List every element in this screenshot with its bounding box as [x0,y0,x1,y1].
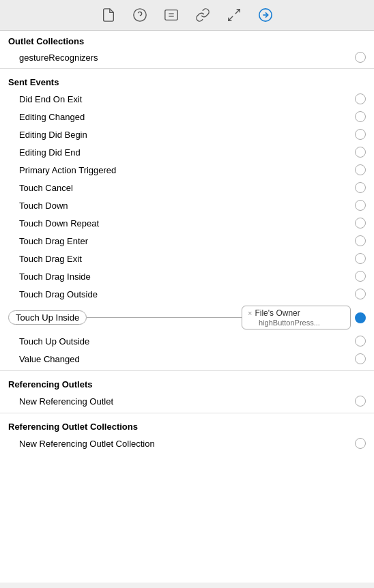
event-connect-btn[interactable] [355,111,366,122]
touch-up-inside-row: Touch Up Inside × File's Owner highButto… [0,303,374,332]
list-item: Touch Cancel [0,179,374,196]
event-label: Touch Drag Inside [19,271,91,282]
list-item: Touch Drag Enter [0,232,374,250]
list-item: Primary Action Triggered [0,161,374,179]
event-label: Primary Action Triggered [19,165,116,175]
event-connect-btn[interactable] [355,129,366,140]
list-item: Did End On Exit [0,90,374,108]
list-item: Touch Drag Inside [0,267,374,285]
event-connect-btn[interactable] [355,147,366,158]
event-label: Editing Did End [19,147,81,158]
event-label: Touch Cancel [19,183,73,193]
svg-rect-2 [165,10,177,20]
event-connect-btn[interactable] [355,336,366,347]
connection-owner-label: File's Owner [255,308,300,318]
divider-3 [0,413,374,413]
event-label: Touch Down Repeat [19,218,99,229]
event-connect-btn[interactable] [355,218,366,229]
event-label: Did End On Exit [19,94,83,104]
event-connect-btn[interactable] [355,271,366,282]
file-icon[interactable] [99,5,118,25]
event-connect-btn[interactable] [355,200,366,211]
event-label: Editing Did Begin [19,130,87,140]
event-label: Touch Drag Exit [19,254,82,264]
identity-icon[interactable] [162,5,181,25]
event-connect-btn[interactable] [355,235,366,246]
connection-bubble-header: × File's Owner [248,308,345,318]
list-item: Editing Did Begin [0,126,374,143]
new-referencing-outlet-collection-btn[interactable] [355,438,366,449]
outlet-row-gesture: gestureRecognizers [0,49,374,65]
list-item: Value Changed [0,350,374,368]
event-label: Touch Up Outside [19,336,89,347]
svg-point-0 [134,9,146,21]
gesture-recognizers-label: gestureRecognizers [19,53,98,63]
list-item: Touch Down [0,196,374,214]
connection-method-label: highButtonPress... [248,319,345,327]
event-label: Touch Down [19,201,68,211]
disconnect-icon[interactable]: × [248,309,252,317]
divider-1 [0,68,374,69]
list-item: Touch Down Repeat [0,214,374,232]
list-item: Touch Drag Outside [0,285,374,303]
event-connect-btn[interactable] [355,289,366,299]
new-referencing-outlet-collection-label: New Referencing Outlet Collection [19,439,155,449]
connection-bubble: × File's Owner highButtonPress... [242,306,351,329]
event-label: Touch Drag Outside [19,289,98,299]
event-label: Touch Drag Enter [19,236,88,246]
list-item: Editing Did End [0,143,374,161]
event-connect-btn[interactable] [355,353,366,364]
event-label: Value Changed [19,354,80,364]
actions-icon[interactable] [256,5,275,25]
connection-line [87,317,242,318]
touch-up-inside-label[interactable]: Touch Up Inside [8,310,87,325]
content-area: Outlet Collections gestureRecognizers Se… [0,31,374,583]
list-item: New Referencing Outlet [0,392,374,410]
list-item: Touch Up Outside [0,332,374,350]
event-connect-btn[interactable] [355,164,366,175]
list-item: Editing Changed [0,108,374,126]
divider-2 [0,370,374,371]
connections-icon[interactable] [193,5,212,25]
svg-line-7 [229,16,233,20]
help-icon[interactable] [130,5,149,25]
event-connect-btn[interactable] [355,93,366,104]
event-connect-btn[interactable] [355,253,366,264]
section-referencing-outlets: Referencing Outlets [0,374,374,392]
section-referencing-outlet-collections: Referencing Outlet Collections [0,416,374,435]
event-connect-btn[interactable] [355,182,366,193]
new-referencing-outlet-btn[interactable] [355,396,366,407]
section-outlet-collections: Outlet Collections [0,31,374,49]
toolbar [0,0,374,31]
touch-up-inside-connect-btn[interactable] [355,312,366,323]
list-item: New Referencing Outlet Collection [0,435,374,452]
size-icon[interactable] [225,5,244,25]
gesture-recognizers-connect-btn[interactable] [355,52,366,63]
new-referencing-outlet-label: New Referencing Outlet [19,396,113,407]
svg-line-6 [235,10,240,14]
event-label: Editing Changed [19,112,85,122]
list-item: Touch Drag Exit [0,250,374,267]
section-sent-events: Sent Events [0,72,374,90]
